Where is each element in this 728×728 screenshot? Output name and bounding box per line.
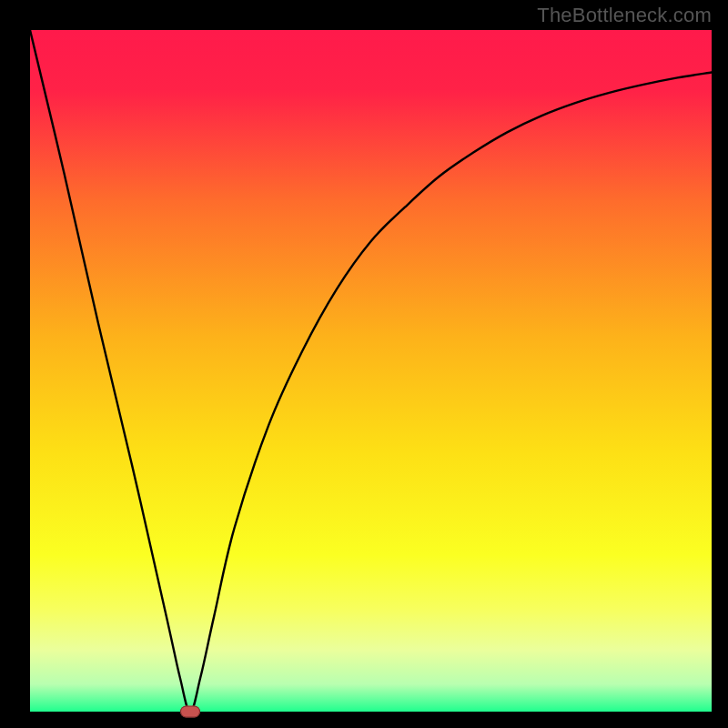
watermark-text: TheBottleneck.com [537,4,712,27]
optimum-marker [180,706,200,718]
plot-area [30,30,712,712]
chart-frame: TheBottleneck.com [0,0,728,728]
bottleneck-curve [30,30,712,712]
